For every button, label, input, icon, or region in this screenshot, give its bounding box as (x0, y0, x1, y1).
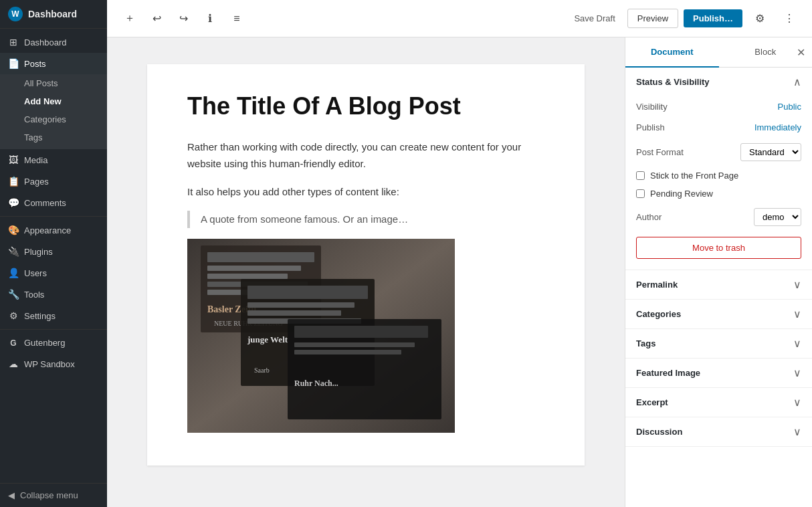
sidebar-item-wpsandbox[interactable]: ☁ WP Sandbox (0, 353, 107, 375)
sidebar-item-gutenberg[interactable]: G Gutenberg (0, 332, 107, 353)
sidebar-sub-categories[interactable]: Categories (0, 110, 107, 128)
main-area: ＋ ↩ ↪ ℹ ≡ Save Draft Preview Publish… ⚙ … (107, 0, 812, 507)
sidebar-sub-tags[interactable]: Tags (0, 128, 107, 146)
editor-body: The Title Of A Blog Post Rather than wor… (107, 37, 812, 507)
stick-front-page-checkbox[interactable] (636, 171, 645, 180)
users-icon: 👤 (8, 268, 19, 278)
sidebar-logo-label: Dashboard (28, 9, 77, 19)
sidebar-sub-all-posts[interactable]: All Posts (0, 74, 107, 92)
post-editor: The Title Of A Blog Post Rather than wor… (147, 64, 585, 466)
sidebar-item-pages[interactable]: 📋 Pages (0, 171, 107, 192)
section-featured-image-header[interactable]: Featured Image ∨ (625, 359, 812, 387)
section-categories: Categories ∨ (625, 300, 812, 329)
section-discussion: Discussion ∨ (625, 417, 812, 447)
info-button[interactable]: ℹ (198, 7, 222, 31)
sidebar-item-users[interactable]: 👤 Users (0, 262, 107, 284)
section-discussion-header[interactable]: Discussion ∨ (625, 417, 812, 446)
sidebar-item-comments[interactable]: 💬 Comments (0, 192, 107, 213)
more-icon: ⋮ (784, 12, 795, 25)
sidebar: W Dashboard ⊞ Dashboard 📄 Posts All Post… (0, 0, 107, 507)
sidebar-item-posts[interactable]: 📄 Posts (0, 53, 107, 74)
svg-rect-5 (207, 274, 288, 279)
move-to-trash-button[interactable]: Move to trash (636, 237, 801, 259)
sidebar-logo[interactable]: W Dashboard (0, 0, 107, 29)
svg-text:Saarb: Saarb (254, 367, 270, 374)
save-draft-button[interactable]: Save Draft (567, 9, 621, 27)
chevron-down-icon-5: ∨ (793, 396, 801, 409)
list-view-button[interactable]: ≡ (225, 7, 249, 31)
author-label: Author (636, 212, 662, 222)
svg-text:Ruhr Nach...: Ruhr Nach... (294, 379, 338, 388)
redo-button[interactable]: ↪ (171, 7, 195, 31)
section-categories-header[interactable]: Categories ∨ (625, 300, 812, 328)
sidebar-item-label: Settings (24, 311, 56, 321)
sidebar-item-dashboard[interactable]: ⊞ Dashboard (0, 31, 107, 53)
post-image[interactable]: Basler Zeitu NEUE RUHR ZEITUNG junge Wel… (187, 239, 455, 433)
media-icon: 🖼 (8, 155, 19, 165)
section-permalink-header[interactable]: Permalink ∨ (625, 270, 812, 299)
visibility-row: Visibility Public (636, 96, 801, 117)
collapse-menu-button[interactable]: ◀ Collapse menu (0, 483, 107, 507)
more-options-button[interactable]: ⋮ (777, 7, 801, 31)
undo-button[interactable]: ↩ (144, 7, 169, 31)
gutenberg-icon: G (8, 338, 19, 348)
collapse-icon: ◀ (8, 490, 15, 500)
visibility-label: Visibility (636, 102, 668, 112)
section-tags-header[interactable]: Tags ∨ (625, 329, 812, 358)
info-icon: ℹ (208, 12, 212, 25)
pages-icon: 📋 (8, 176, 19, 187)
section-excerpt-header[interactable]: Excerpt ∨ (625, 388, 812, 417)
author-select[interactable]: demo (754, 208, 801, 226)
categories-title: Categories (636, 309, 681, 319)
tab-document[interactable]: Document (625, 37, 719, 68)
section-title: Status & Visibility (636, 77, 710, 87)
publish-button[interactable]: Publish… (684, 9, 742, 27)
toolbar-right: Save Draft Preview Publish… ⚙ ⋮ (567, 7, 801, 31)
excerpt-title: Excerpt (636, 397, 668, 407)
stick-front-page-row: Stick to the Front Page (636, 167, 801, 185)
sidebar-section-main: ⊞ Dashboard 📄 Posts All Posts Add New Ca… (0, 29, 107, 377)
appearance-icon: 🎨 (8, 225, 19, 235)
chevron-down-icon-3: ∨ (793, 337, 801, 350)
section-featured-image: Featured Image ∨ (625, 359, 812, 388)
settings-button[interactable]: ⚙ (748, 7, 772, 31)
wordpress-icon: W (8, 7, 23, 21)
preview-button[interactable]: Preview (627, 9, 678, 28)
add-icon: ＋ (124, 11, 135, 25)
publish-value[interactable]: Immediately (754, 122, 801, 132)
section-status-visibility: Status & Visibility ∧ Visibility Public … (625, 68, 812, 270)
sidebar-divider (0, 216, 107, 217)
section-permalink: Permalink ∨ (625, 270, 812, 300)
pending-review-label[interactable]: Pending Review (650, 189, 713, 199)
svg-rect-13 (247, 310, 341, 316)
discussion-title: Discussion (636, 427, 682, 437)
featured-image-title: Featured Image (636, 368, 700, 378)
undo-icon: ↩ (153, 12, 161, 25)
post-format-select[interactable]: Standard Aside Image Video Quote Link Ga… (740, 143, 801, 161)
panel-close-button[interactable]: ✕ (797, 46, 805, 59)
sidebar-item-settings[interactable]: ⚙ Settings (0, 305, 107, 326)
editor-toolbar: ＋ ↩ ↪ ℹ ≡ Save Draft Preview Publish… ⚙ … (107, 0, 812, 37)
right-panel: Document Block ✕ Status & Visibility ∧ V… (625, 37, 812, 507)
section-status-visibility-header[interactable]: Status & Visibility ∧ (625, 68, 812, 96)
posts-submenu: All Posts Add New Categories Tags (0, 74, 107, 149)
settings-icon: ⚙ (8, 310, 19, 321)
sidebar-item-label: Pages (24, 177, 49, 187)
panel-tabs: Document Block ✕ (625, 37, 812, 68)
add-block-button[interactable]: ＋ (118, 7, 142, 31)
sidebar-item-label: Plugins (24, 247, 53, 257)
post-format-label: Post Format (636, 147, 684, 157)
post-paragraph-2: It also helps you add other types of con… (187, 183, 544, 201)
sidebar-item-media[interactable]: 🖼 Media (0, 149, 107, 171)
svg-rect-4 (207, 266, 301, 271)
chevron-down-icon-4: ∨ (793, 367, 801, 379)
visibility-value[interactable]: Public (778, 102, 801, 112)
sidebar-item-tools[interactable]: 🔧 Tools (0, 284, 107, 305)
stick-front-page-label[interactable]: Stick to the Front Page (650, 171, 738, 181)
post-title[interactable]: The Title Of A Blog Post (187, 91, 544, 122)
sidebar-item-label: Media (24, 155, 47, 165)
sidebar-sub-add-new[interactable]: Add New (0, 92, 107, 110)
sidebar-item-appearance[interactable]: 🎨 Appearance (0, 219, 107, 241)
sidebar-item-plugins[interactable]: 🔌 Plugins (0, 241, 107, 262)
pending-review-checkbox[interactable] (636, 189, 645, 198)
